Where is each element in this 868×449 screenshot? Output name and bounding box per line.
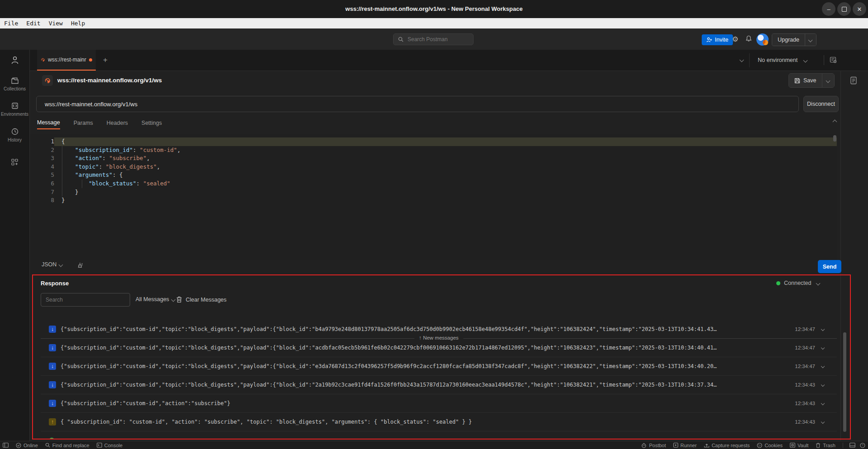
trash-icon xyxy=(176,296,182,303)
environment-label: No environment xyxy=(758,57,798,63)
url-input[interactable] xyxy=(36,96,799,112)
save-button[interactable]: Save xyxy=(788,73,835,88)
documentation-icon[interactable] xyxy=(850,76,857,85)
code-line[interactable]: 4 "topic": "block_digests", xyxy=(30,163,837,171)
gear-icon[interactable]: ⚙ xyxy=(732,35,738,43)
vault-icon xyxy=(790,443,795,448)
message-row[interactable]: ↓{"subscription_id":"custom-id","topic":… xyxy=(41,339,837,357)
code-line[interactable]: 7 } xyxy=(30,188,837,197)
environment-quicklook-icon[interactable] xyxy=(830,56,837,64)
sidebar-item-history[interactable]: History xyxy=(0,128,29,142)
response-scrollbar[interactable] xyxy=(843,332,846,432)
upgrade-button[interactable]: Upgrade xyxy=(772,33,816,46)
disconnect-button[interactable]: Disconnect xyxy=(803,96,839,112)
maximize-button[interactable] xyxy=(837,2,851,16)
online-status[interactable]: Online xyxy=(16,443,38,448)
code-line[interactable]: 6 "block_status": "sealed" xyxy=(30,180,837,188)
code-text: } xyxy=(54,196,837,205)
line-number: 6 xyxy=(30,180,54,188)
chevron-down-icon xyxy=(59,262,63,267)
tab-title: wss://rest-mainnet.onflc xyxy=(48,57,86,63)
close-button[interactable]: ✕ xyxy=(853,2,866,16)
cookies-button[interactable]: Cookies xyxy=(757,443,783,448)
message-timestamp: 12:34:43 xyxy=(795,419,815,425)
received-arrow-icon: ↓ xyxy=(49,344,56,351)
response-search-input[interactable] xyxy=(41,293,130,307)
received-arrow-icon: ↓ xyxy=(49,326,56,333)
expand-message-chevron[interactable] xyxy=(821,327,825,331)
avatar[interactable] xyxy=(756,33,769,46)
code-text: { xyxy=(54,137,837,146)
menu-view[interactable]: View xyxy=(45,18,67,28)
find-and-replace[interactable]: Find and replace xyxy=(45,443,89,448)
menu-help[interactable]: Help xyxy=(67,18,89,28)
divider xyxy=(749,53,750,67)
sidebar-item-environments[interactable]: Environments xyxy=(0,102,29,117)
message-row[interactable]: ↓{"subscription_id":"custom-id","topic":… xyxy=(41,376,837,394)
expand-message-chevron[interactable] xyxy=(821,346,825,350)
expand-message-chevron[interactable] xyxy=(821,364,825,368)
invite-button[interactable]: Invite xyxy=(702,34,733,45)
bottom-panel-toggle-icon[interactable] xyxy=(849,443,855,448)
capture-requests-button[interactable]: Capture requests xyxy=(704,443,750,448)
message-timestamp: 12:34:47 xyxy=(795,345,815,350)
code-line[interactable]: 3 "action": "subscribe", xyxy=(30,154,837,163)
message-type-dropdown[interactable]: JSON xyxy=(42,261,62,268)
workspace-scratchpad-icon[interactable] xyxy=(0,55,29,65)
code-line[interactable]: 1{ xyxy=(30,137,837,146)
editor-scrollbar[interactable] xyxy=(833,135,836,142)
code-line[interactable]: 5 "arguments": { xyxy=(30,171,837,180)
beautify-icon[interactable] xyxy=(76,262,83,269)
message-text: {"subscription_id":"custom-id","topic":"… xyxy=(61,382,795,388)
message-editor[interactable]: 1{2 "subscription_id": "custom-id",3 "ac… xyxy=(30,134,837,260)
environment-selector[interactable]: No environment xyxy=(755,50,810,71)
upgrade-dropdown[interactable] xyxy=(805,34,816,46)
clear-messages-button[interactable]: Clear Messages xyxy=(176,296,226,303)
chevron-down-icon xyxy=(171,297,176,302)
add-tab-button[interactable]: + xyxy=(100,55,110,65)
code-line[interactable]: 2 "subscription_id": "custom-id", xyxy=(30,146,837,155)
tab-params[interactable]: Params xyxy=(74,120,93,129)
upgrade-label[interactable]: Upgrade xyxy=(772,34,805,46)
menu-edit[interactable]: Edit xyxy=(22,18,44,28)
message-filter-dropdown[interactable]: All Messages xyxy=(136,296,175,302)
expand-message-chevron[interactable] xyxy=(821,383,825,387)
sidebar-item-collections[interactable]: Collections xyxy=(0,77,29,91)
tab-overflow-chevron[interactable] xyxy=(740,58,744,62)
global-search[interactable] xyxy=(393,33,474,45)
message-row[interactable] xyxy=(41,431,837,440)
save-dropdown[interactable] xyxy=(822,74,834,87)
global-search-input[interactable] xyxy=(407,36,463,43)
vault-button[interactable]: Vault xyxy=(790,443,808,448)
message-timestamp: 12:34:43 xyxy=(795,401,815,406)
tab-wss-request[interactable]: wss://rest-mainnet.onflc xyxy=(37,50,96,71)
expand-message-chevron[interactable] xyxy=(821,420,825,424)
trash-button[interactable]: Trash xyxy=(816,443,835,448)
received-arrow-icon: ↓ xyxy=(49,400,56,407)
bell-icon[interactable] xyxy=(746,35,752,42)
sidebar-toggle-icon[interactable] xyxy=(3,443,9,448)
message-row[interactable]: ↓{"subscription_id":"custom-id","topic":… xyxy=(41,357,837,376)
send-button[interactable]: Send xyxy=(818,260,841,273)
help-icon[interactable]: ? xyxy=(860,443,865,448)
console-button[interactable]: Console xyxy=(97,443,122,448)
message-timestamp: 12:34:47 xyxy=(795,364,815,369)
expand-message-chevron[interactable] xyxy=(821,402,825,405)
tab-message[interactable]: Message xyxy=(37,119,60,129)
message-row[interactable]: ↑{ "subscription_id": "custom-id", "acti… xyxy=(41,413,837,431)
minimize-button[interactable]: – xyxy=(822,2,835,16)
connection-status[interactable]: Connected xyxy=(776,280,820,286)
code-line[interactable]: 8} xyxy=(30,196,837,205)
runner-button[interactable]: Runner xyxy=(673,443,697,448)
received-arrow-icon: ↓ xyxy=(49,363,56,370)
title-bar: wss://rest-mainnet.onflow.org/v1/ws - Ne… xyxy=(0,0,868,18)
tab-settings[interactable]: Settings xyxy=(141,120,162,129)
configure-sidebar-icon[interactable] xyxy=(0,158,29,166)
postbot-button[interactable]: Postbot xyxy=(641,443,666,448)
collapse-section-chevron[interactable] xyxy=(833,120,837,124)
line-number: 8 xyxy=(30,196,54,205)
tab-headers[interactable]: Headers xyxy=(107,120,128,129)
menu-file[interactable]: File xyxy=(0,18,22,28)
request-type-badge xyxy=(42,75,53,86)
message-row[interactable]: ↓{"subscription_id":"custom-id","action"… xyxy=(41,394,837,413)
